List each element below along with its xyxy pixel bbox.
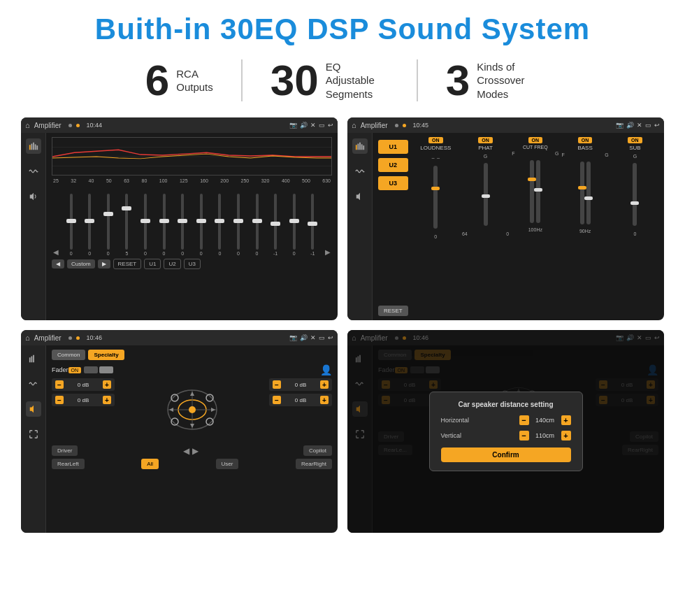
driver-btn[interactable]: Driver	[52, 445, 78, 456]
eq-title: Amplifier	[34, 122, 62, 129]
fader-sidebar-speaker-icon[interactable]	[26, 401, 41, 417]
rearleft-btn[interactable]: RearLeft	[52, 459, 85, 469]
svg-rect-15	[29, 357, 30, 362]
fader-sidebar	[21, 345, 46, 533]
stat-crossover-number: 3	[446, 59, 470, 102]
cutfreq-slider-g[interactable]	[536, 160, 540, 223]
topbar-dot5	[68, 336, 72, 340]
slider-320[interactable]: -1	[269, 194, 282, 256]
u1-btn[interactable]: U1	[144, 259, 161, 269]
svg-rect-13	[363, 145, 364, 150]
sub-on[interactable]: ON	[628, 137, 642, 143]
eq-sidebar-wave-icon[interactable]	[26, 164, 41, 179]
rear-right-minus[interactable]: −	[273, 396, 281, 404]
play-btn[interactable]: ▶	[98, 259, 110, 268]
phat-slider[interactable]	[484, 163, 488, 226]
fader-sidebar-eq-icon[interactable]	[26, 351, 41, 366]
u2-crossover-btn[interactable]: U2	[378, 158, 408, 172]
u1-crossover-btn[interactable]: U1	[378, 140, 408, 154]
bass-on[interactable]: ON	[578, 137, 593, 143]
cross-sidebar-wave-icon[interactable]	[352, 164, 368, 179]
all-btn[interactable]: All	[141, 459, 159, 469]
slider-63[interactable]: 0	[139, 194, 152, 256]
rearright-btn[interactable]: RearRight	[296, 459, 332, 469]
horizontal-plus[interactable]: +	[561, 415, 571, 425]
phat-on[interactable]: ON	[478, 137, 493, 143]
fader-on-badge[interactable]: ON	[68, 367, 82, 373]
sub-slider[interactable]	[633, 163, 637, 226]
rear-left-plus[interactable]: +	[103, 396, 111, 404]
vertical-minus[interactable]: −	[519, 431, 529, 440]
svg-rect-17	[33, 355, 34, 363]
u3-crossover-btn[interactable]: U3	[378, 176, 408, 190]
slider-50[interactable]: 5	[120, 194, 133, 256]
dialog-box-title: Car speaker distance setting	[441, 401, 571, 408]
slider-40[interactable]: 0	[102, 194, 115, 256]
svg-rect-2	[33, 143, 34, 150]
crossover-reset-btn[interactable]: RESET	[378, 306, 408, 316]
cutfreq-on[interactable]: ON	[528, 137, 543, 143]
slider-500[interactable]: -1	[306, 194, 319, 256]
reset-btn[interactable]: RESET	[113, 259, 142, 269]
freq-80: 80	[141, 178, 147, 183]
slider-160[interactable]: 0	[213, 194, 226, 256]
front-left-minus[interactable]: −	[55, 380, 64, 389]
home-icon-3[interactable]: ⌂	[25, 334, 30, 342]
svg-marker-30	[169, 408, 173, 412]
freq-200: 200	[220, 178, 229, 183]
eq-sidebar-eq-icon[interactable]	[26, 138, 41, 154]
home-icon-2[interactable]: ⌂	[352, 121, 356, 129]
topbar-icons-3: 📷 🔊 ✕ ▭ ↩	[289, 334, 333, 341]
home-icon[interactable]: ⌂	[25, 121, 30, 129]
eq-sidebar-speaker-icon[interactable]	[26, 189, 41, 204]
front-right-plus[interactable]: +	[320, 380, 329, 389]
horizontal-minus[interactable]: −	[519, 415, 529, 425]
specialty-tab[interactable]: Specialty	[88, 350, 124, 360]
confirm-button[interactable]: Confirm	[441, 447, 571, 462]
vertical-label: Vertical	[441, 432, 462, 439]
back-icon-3[interactable]: ↩	[328, 334, 333, 341]
slider-25[interactable]: 0	[65, 194, 78, 256]
front-left-plus[interactable]: +	[103, 380, 111, 389]
left-arrow[interactable]: ◀	[53, 248, 59, 256]
slider-200[interactable]: 0	[232, 194, 245, 256]
eq-custom-label: Custom	[67, 259, 95, 268]
right-arrow[interactable]: ▶	[325, 248, 331, 256]
eq-graph	[52, 137, 332, 176]
slider-125[interactable]: 0	[195, 194, 208, 256]
loudness-on[interactable]: ON	[428, 137, 443, 143]
back-icon-2[interactable]: ↩	[654, 122, 660, 129]
bass-slider-f[interactable]	[580, 162, 584, 224]
back-icon[interactable]: ↩	[328, 122, 333, 129]
u2-btn[interactable]: U2	[164, 259, 180, 269]
fader-sidebar-wave-icon[interactable]	[26, 376, 41, 392]
loudness-slider[interactable]	[433, 166, 438, 229]
rear-right-plus[interactable]: +	[320, 396, 329, 404]
svg-rect-0	[29, 145, 30, 150]
slider-80[interactable]: 0	[158, 194, 171, 256]
common-tab[interactable]: Common	[52, 350, 85, 360]
user-btn[interactable]: User	[216, 459, 239, 469]
rear-right-val: 0 dB	[283, 397, 318, 403]
slider-100[interactable]: 0	[176, 194, 189, 256]
cutfreq-slider-f[interactable]	[530, 160, 534, 223]
u3-btn[interactable]: U3	[184, 259, 201, 269]
svg-rect-11	[359, 143, 361, 150]
slider-250[interactable]: 0	[251, 194, 264, 256]
slider-400[interactable]: 0	[288, 194, 301, 256]
crossover-content: U1 U2 U3 RESET ON LOUDNESS	[373, 133, 664, 320]
fader-sidebar-expand-icon[interactable]	[26, 427, 41, 442]
cross-sidebar-eq-icon[interactable]	[352, 138, 368, 154]
bass-slider-g[interactable]	[586, 162, 591, 224]
chevron-right-icon[interactable]: ▶	[192, 446, 199, 456]
svg-rect-16	[31, 357, 32, 363]
front-right-minus[interactable]: −	[273, 380, 281, 389]
copilot-btn[interactable]: Copilot	[303, 445, 332, 456]
cross-sidebar-speaker-icon[interactable]	[352, 189, 368, 204]
slider-32[interactable]: 0	[83, 194, 96, 256]
stat-rca-label: RCAOutputs	[176, 67, 213, 94]
vertical-plus[interactable]: +	[561, 431, 571, 440]
chevron-left-icon[interactable]: ◀	[183, 446, 189, 456]
rear-left-minus[interactable]: −	[55, 396, 64, 404]
prev-btn[interactable]: ◀	[52, 259, 64, 268]
